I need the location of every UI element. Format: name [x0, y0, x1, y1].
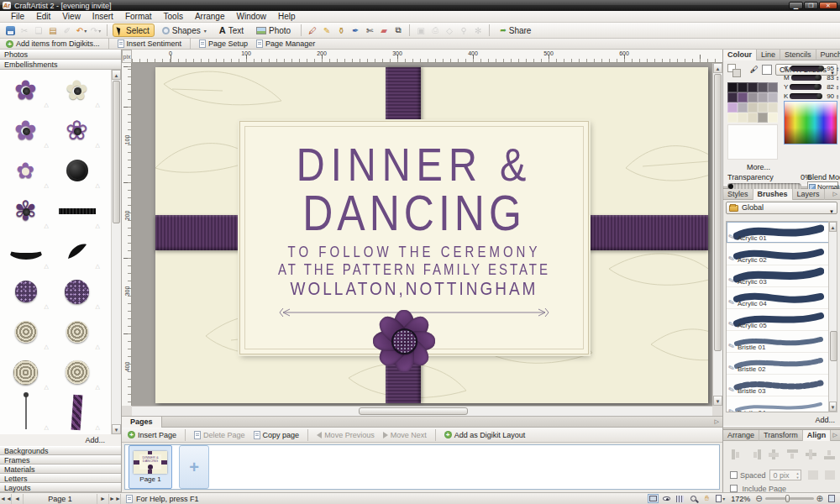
eyedropper-icon[interactable]: 🖋︎ — [750, 65, 759, 74]
embellishment-purple-flower-small[interactable]: ✿△ — [0, 150, 51, 191]
ink-bottle-icon[interactable]: ⚱︎ — [335, 24, 347, 36]
menu-edit[interactable]: Edit — [30, 11, 56, 23]
canvas-vertical-scrollbar[interactable]: ▲ ▼ — [712, 63, 722, 406]
tab-layers[interactable]: Layers — [793, 189, 825, 200]
embellishment-black-button[interactable]: △ — [51, 150, 102, 191]
palette-swatch[interactable] — [738, 113, 748, 123]
menu-format[interactable]: Format — [119, 11, 158, 23]
delete-page-button[interactable]: Delete Page — [192, 431, 248, 439]
tab-punches[interactable]: Punches — [816, 50, 840, 60]
embellishment-cream-flower[interactable]: ✿△ — [51, 70, 102, 110]
cyan-slider[interactable] — [790, 66, 822, 71]
move-next-button[interactable]: Move Next — [381, 431, 429, 439]
yellow-slider[interactable] — [790, 84, 822, 90]
embellishments-add-link[interactable]: Add... — [0, 434, 112, 446]
distribute-h-button[interactable] — [808, 470, 818, 480]
palette-swatch[interactable] — [748, 102, 758, 113]
palette-swatch[interactable] — [768, 82, 778, 92]
palette-swatch[interactable] — [727, 92, 738, 102]
paintbrush-icon[interactable]: 🖊︎ — [307, 24, 318, 36]
palette-swatch[interactable] — [727, 102, 738, 113]
add-items-digikits-button[interactable]: + Add items from Digikits... — [3, 39, 102, 48]
menu-view[interactable]: View — [56, 11, 87, 23]
invite-subtitle-line1[interactable]: TO FOLLOW THE CEREMONY — [240, 243, 588, 260]
magenta-slider[interactable] — [791, 75, 822, 81]
pen-icon[interactable]: ✒︎ — [349, 24, 361, 36]
tab-brushes[interactable]: Brushes — [753, 189, 793, 200]
fit-window-icon[interactable] — [826, 494, 837, 503]
spaced-checkbox[interactable] — [730, 471, 738, 479]
align-right-button[interactable] — [750, 449, 761, 459]
palette-swatch[interactable] — [738, 92, 748, 102]
tab-stencils[interactable]: Stencils — [780, 50, 816, 60]
embellishments-scrollbar[interactable]: ▲ ▼ — [111, 70, 121, 434]
grid-toggle-icon[interactable] — [675, 494, 685, 503]
embellishment-purple-anemone[interactable]: ✿△ — [0, 110, 51, 150]
panel-menu-icon[interactable]: ▷ — [715, 418, 719, 425]
zoom-tool-icon[interactable] — [688, 494, 699, 503]
tab-line[interactable]: Line — [757, 50, 780, 60]
menu-window[interactable]: Window — [230, 11, 272, 23]
palette-swatch[interactable] — [768, 92, 778, 102]
palette-swatch[interactable] — [768, 102, 778, 113]
text-tool-button[interactable]: A Text — [214, 24, 249, 37]
embellishment-striped-ribbon-pin[interactable]: △ — [51, 392, 102, 433]
section-backgrounds[interactable]: Backgrounds — [0, 446, 121, 455]
menu-arrange[interactable]: Arrange — [189, 11, 231, 23]
more-colours-link[interactable]: More... — [747, 163, 770, 171]
tab-arrange[interactable]: Arrange — [723, 430, 759, 441]
section-materials[interactable]: Materials — [0, 465, 121, 474]
copy-page-button[interactable]: Copy page — [251, 431, 302, 439]
brush-item[interactable]: ✎ Acrylic 03 — [727, 265, 829, 287]
format-painter-icon[interactable]: ✐ — [61, 24, 73, 36]
close-button[interactable]: ✕ — [819, 2, 837, 9]
last-page-button[interactable]: ►► — [109, 494, 121, 504]
embellishment-glitter-button-2[interactable]: △ — [51, 271, 102, 312]
black-slider[interactable] — [790, 93, 822, 99]
embellishment-black-leaf[interactable]: △ — [51, 231, 102, 271]
brush-category-dropdown[interactable]: Global▼ — [726, 202, 837, 214]
knife-icon[interactable]: ◇ — [444, 24, 455, 36]
scroll-down-icon[interactable]: ▼ — [713, 396, 722, 406]
photo-tool-button[interactable]: Photo — [251, 24, 296, 37]
brush-item[interactable]: ✎ Acrylic 02 — [727, 244, 829, 265]
cutout-scissors-icon[interactable]: ✄ — [364, 24, 375, 36]
align-left-button[interactable] — [732, 449, 743, 459]
include-page-checkbox[interactable] — [730, 485, 738, 492]
normal-view-icon[interactable] — [648, 494, 659, 503]
invite-page[interactable]: DINNER & DANCING TO FOLLOW THE CEREMONY … — [155, 67, 708, 403]
add-digikit-layout-button[interactable]: + Add as Digikit Layout — [442, 431, 528, 439]
brush-item[interactable]: ✎ Bristle 02 — [727, 353, 829, 375]
select-tool-button[interactable]: Select — [113, 24, 155, 37]
first-page-button[interactable]: ◄◄ — [0, 494, 12, 504]
effects-icon[interactable]: ✻ — [472, 24, 484, 36]
panel-menu-icon[interactable]: ▷ — [833, 191, 837, 197]
scroll-up-icon[interactable]: ▲ — [829, 222, 837, 232]
palette-swatch[interactable] — [758, 102, 768, 113]
palette-swatch[interactable] — [758, 92, 768, 102]
redo-icon[interactable]: ↷▾ — [90, 24, 102, 36]
brush-item[interactable]: ✎ Bristle 04 — [727, 396, 829, 412]
embellishment-glitter-button[interactable]: △ — [0, 271, 51, 312]
embellishment-metal-swirl-button-4[interactable]: △ — [51, 352, 102, 392]
palette-swatch[interactable] — [768, 113, 778, 123]
section-letters[interactable]: Letters — [0, 474, 121, 483]
scrollbar-thumb[interactable] — [359, 407, 468, 415]
minimize-button[interactable]: ▁ — [789, 2, 803, 9]
pan-hand-icon[interactable]: ✋︎ — [701, 494, 712, 503]
embellishment-purple-anemone-2[interactable]: ❀△ — [51, 110, 102, 150]
embellishment-metal-swirl-button[interactable]: △ — [0, 312, 51, 352]
copy-icon[interactable]: ❏ — [33, 24, 45, 36]
embellishment-curved-black-ribbon[interactable]: △ — [0, 231, 51, 271]
invite-subtitle-line2[interactable]: AT THE PATTERN FAMILY ESTATE — [240, 260, 588, 277]
tab-styles[interactable]: Styles — [723, 189, 753, 200]
canvas-viewport[interactable]: DINNER & DANCING TO FOLLOW THE CEREMONY … — [132, 63, 712, 406]
scroll-up-icon[interactable]: ▲ — [713, 63, 722, 73]
canvas-horizontal-scrollbar[interactable] — [132, 406, 712, 416]
zoom-in-icon[interactable]: ⊕ — [816, 494, 823, 503]
embellishment-stick-pin[interactable]: △ — [0, 392, 51, 433]
distribute-v-button[interactable] — [825, 470, 835, 480]
palette-swatch[interactable] — [748, 113, 758, 123]
export-icon[interactable]: ⎙︎ — [429, 24, 441, 36]
previous-page-button[interactable]: ◄ — [12, 494, 24, 504]
